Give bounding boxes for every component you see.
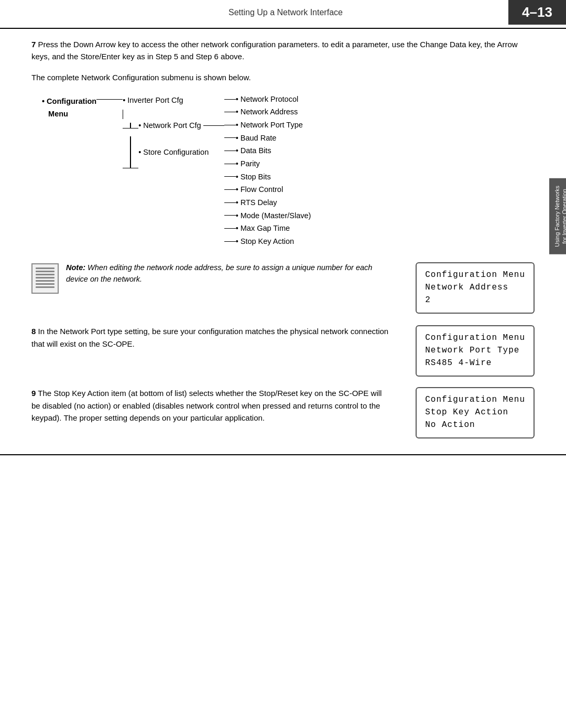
lcd-box-2: Configuration Menu Network Port Type RS4… bbox=[416, 325, 535, 377]
right-tab: Using Factory Networks for Inverter Oper… bbox=[549, 178, 566, 254]
level2-item-7: • Flow Control bbox=[224, 183, 311, 196]
note-lcd1-row: Note: When editing the network node addr… bbox=[31, 262, 535, 314]
step8-paragraph: 8 In the Network Port type setting, be s… bbox=[31, 325, 393, 350]
page-header: Setting Up a Network Interface 4–13 bbox=[0, 0, 566, 29]
diagram-table: • Configuration Menu • Inverter Port Cfg bbox=[42, 94, 311, 248]
level2-item-11: • Stop Key Action bbox=[224, 235, 311, 248]
step8-lcd2-row: 8 In the Network Port type setting, be s… bbox=[31, 325, 535, 377]
h-line-to-level2 bbox=[203, 125, 224, 126]
bottom-divider bbox=[0, 454, 566, 455]
level1-item-store: • Store Configuration bbox=[123, 136, 224, 168]
step7-text: Press the Down Arrow key to access the o… bbox=[31, 40, 518, 61]
lcd3-line3: No Action bbox=[425, 419, 525, 431]
level2-item-5: • Parity bbox=[224, 157, 311, 170]
step8-col: 8 In the Network Port type setting, be s… bbox=[31, 325, 393, 358]
level2-item-8: • RTS Delay bbox=[224, 196, 311, 209]
lcd-box-3: Configuration Menu Stop Key Action No Ac… bbox=[416, 387, 535, 438]
level1-item-inverter: • Inverter Port Cfg bbox=[123, 94, 224, 107]
step7-label: 7 bbox=[31, 40, 36, 49]
lcd1-line3: 2 bbox=[425, 294, 525, 306]
note-icon bbox=[31, 263, 59, 294]
level1-cell: • Inverter Port Cfg bbox=[123, 94, 224, 248]
lcd3-line1: Configuration Menu bbox=[425, 393, 525, 406]
h-line-cell1 bbox=[96, 94, 123, 248]
network-port-cfg-line: • Network Port Cfg bbox=[123, 119, 224, 132]
diagram-intro: The complete Network Configuration subme… bbox=[31, 71, 535, 83]
lcd3-line2: Stop Key Action bbox=[425, 406, 525, 419]
step8-text: In the Network Port type setting, be sur… bbox=[31, 327, 388, 348]
level2-item-9: • Mode (Master/Slave) bbox=[224, 209, 311, 222]
header-title: Setting Up a Network Interface bbox=[0, 8, 508, 17]
lcd1-line1: Configuration Menu bbox=[425, 269, 525, 281]
lcd1-line2: Network Address bbox=[425, 281, 525, 294]
step7-paragraph: 7 Press the Down Arrow key to access the… bbox=[31, 38, 535, 63]
h-line1 bbox=[96, 99, 123, 100]
level2-item-6: • Stop Bits bbox=[224, 170, 311, 184]
level2-cell: • Network Protocol • Network Address • N… bbox=[224, 94, 311, 248]
lcd2-line3: RS485 4-Wire bbox=[425, 357, 525, 369]
v-line-area bbox=[123, 109, 123, 119]
level2-item-10: • Max Gap Time bbox=[224, 222, 311, 235]
network-port-cfg-row bbox=[123, 110, 123, 119]
note-italic-text: When editing the network node address, b… bbox=[66, 263, 372, 283]
root-label: • Configuration Menu bbox=[42, 95, 96, 121]
root-cell: • Configuration Menu bbox=[42, 94, 96, 248]
step9-paragraph: 9 The Stop Key Action item (at bottom of… bbox=[31, 387, 393, 424]
level2-item-4: • Data Bits bbox=[224, 144, 311, 157]
step9-text: The Stop Key Action item (at bottom of l… bbox=[31, 389, 382, 422]
page-number: 4–13 bbox=[508, 0, 566, 25]
lcd2-line2: Network Port Type bbox=[425, 344, 525, 357]
level2-item-1: • Network Address bbox=[224, 105, 311, 119]
level2-item-3: • Baud Rate bbox=[224, 132, 311, 145]
level1-network-row bbox=[123, 109, 224, 119]
step9-col: 9 The Stop Key Action item (at bottom of… bbox=[31, 387, 393, 432]
step9-label: 9 bbox=[31, 389, 36, 398]
main-content: 7 Press the Down Arrow key to access the… bbox=[0, 38, 566, 438]
note-area: Note: When editing the network node addr… bbox=[31, 262, 389, 294]
lcd2-line1: Configuration Menu bbox=[425, 331, 525, 344]
step8-label: 8 bbox=[31, 327, 36, 336]
level2-items: • Network Protocol • Network Address • N… bbox=[224, 93, 311, 248]
level2-item-2: • Network Port Type bbox=[224, 119, 311, 132]
diagram-area: • Configuration Menu • Inverter Port Cfg bbox=[31, 94, 535, 248]
note-text: Note: When editing the network node addr… bbox=[66, 262, 389, 285]
lcd-box-1: Configuration Menu Network Address 2 bbox=[416, 262, 535, 314]
note-bold-label: Note: bbox=[66, 263, 85, 272]
step9-lcd3-row: 9 The Stop Key Action item (at bottom of… bbox=[31, 387, 535, 438]
level2-item-0: • Network Protocol bbox=[224, 93, 311, 106]
